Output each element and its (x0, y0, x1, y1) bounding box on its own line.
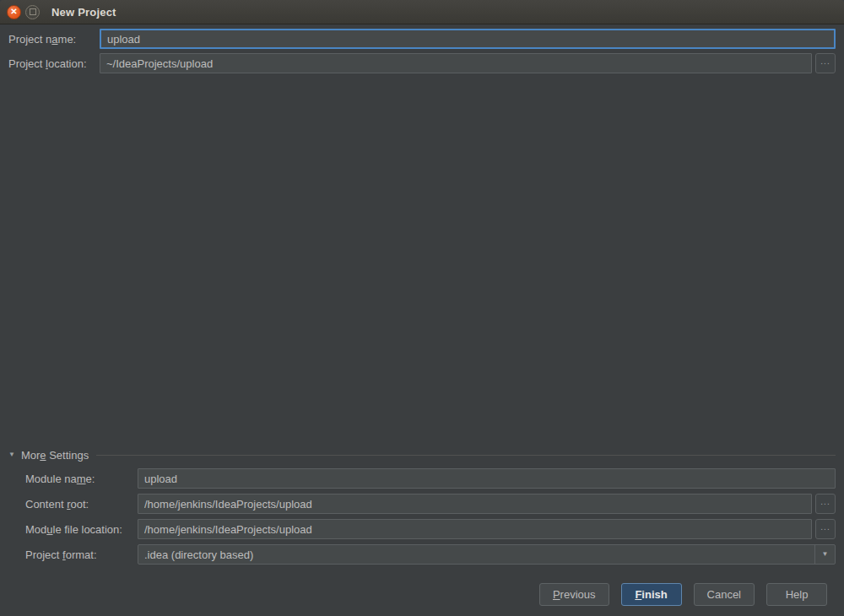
chevron-down-icon: ▼ (8, 451, 15, 458)
finish-button[interactable]: Finish (621, 583, 682, 606)
help-button[interactable]: Help (766, 583, 827, 606)
content-root-input[interactable] (138, 494, 812, 514)
new-project-dialog: ✕ New Project Project name: Project loca… (0, 0, 844, 616)
content-root-browse-button[interactable]: ... (815, 494, 836, 514)
title-bar: ✕ New Project (0, 0, 844, 24)
ellipsis-icon: ... (820, 497, 830, 506)
project-location-label: Project location: (8, 57, 100, 70)
cancel-button[interactable]: Cancel (694, 583, 755, 606)
project-format-select[interactable]: .idea (directory based) ▼ (138, 544, 836, 565)
previous-button[interactable]: Previous (539, 583, 609, 606)
content-root-label: Content root: (25, 498, 138, 511)
ellipsis-icon: ... (820, 522, 830, 532)
combo-arrow-button[interactable]: ▼ (814, 545, 835, 564)
more-settings-title: More Settings (21, 449, 89, 462)
separator-line (96, 455, 836, 456)
project-name-input[interactable] (100, 29, 836, 49)
module-file-location-label: Module file location: (25, 523, 138, 536)
module-file-location-browse-button[interactable]: ... (815, 519, 836, 539)
module-name-row: Module name: (25, 468, 836, 489)
module-file-location-row: Module file location: ... (25, 519, 836, 539)
project-format-value: .idea (directory based) (138, 548, 814, 561)
ellipsis-icon: ... (820, 57, 830, 66)
close-icon: ✕ (10, 8, 17, 16)
window-title: New Project (51, 6, 116, 19)
more-settings-form: Module name: Content root: ... Module fi… (0, 463, 844, 570)
module-name-input[interactable] (138, 468, 836, 489)
project-name-row: Project name: (8, 29, 836, 49)
close-button[interactable]: ✕ (7, 5, 21, 19)
module-name-label: Module name: (25, 473, 138, 485)
content-root-row: Content root: ... (25, 494, 836, 514)
project-name-label: Project name: (8, 33, 100, 46)
project-location-browse-button[interactable]: ... (815, 53, 836, 73)
restore-button[interactable] (25, 5, 40, 19)
project-format-label: Project format: (25, 548, 138, 561)
project-location-row: Project location: ... (8, 53, 836, 73)
button-bar: Previous Finish Cancel Help (0, 570, 844, 616)
restore-icon (30, 8, 36, 15)
more-settings-header[interactable]: ▼ More Settings (0, 446, 844, 463)
project-location-input[interactable] (100, 53, 812, 73)
empty-area (0, 78, 844, 446)
chevron-down-icon: ▼ (822, 551, 829, 558)
module-file-location-input[interactable] (138, 519, 812, 539)
top-form: Project name: Project location: ... (0, 24, 844, 78)
project-format-row: Project format: .idea (directory based) … (25, 544, 836, 565)
